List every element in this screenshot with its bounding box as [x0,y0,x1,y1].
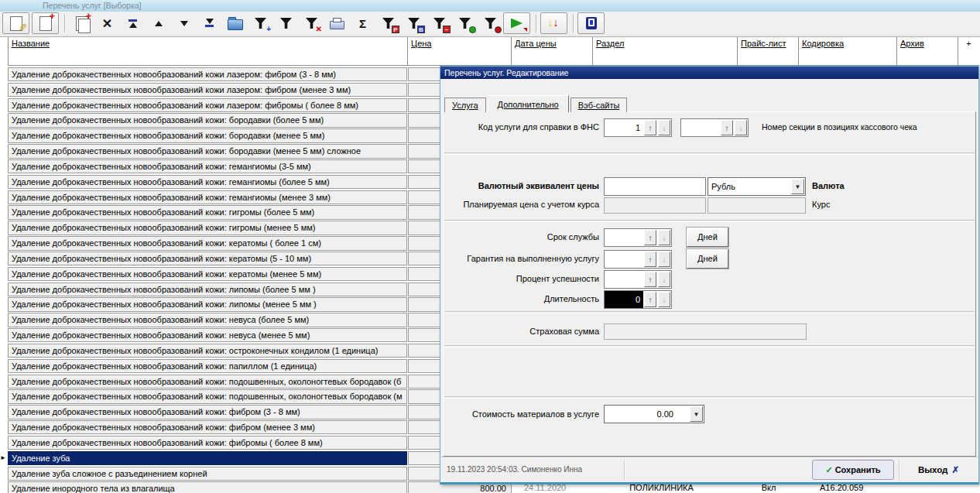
service-name-cell: Удаление доброкачественных новообразован… [8,159,407,173]
edit-record-button[interactable] [2,12,29,34]
add-column-button[interactable]: + [958,37,979,66]
materials-cost-label: Стоимость материалов в услуге [440,409,599,419]
filter-clear-button[interactable]: ✕ [299,13,324,33]
duration-input[interactable]: 0 [605,291,643,308]
toolbar-separator [573,14,574,33]
column-header-price[interactable]: Цена [408,37,512,66]
warranty-input[interactable] [605,251,643,268]
tab-service[interactable]: Услуга [444,98,486,112]
plus-icon [86,12,91,20]
column-header-price-date[interactable]: Дата цены [512,37,593,66]
open-folder-button[interactable] [222,13,248,33]
success-percent-up-icon[interactable] [644,272,656,287]
move-down-button[interactable] [171,13,197,33]
service-life-down-icon[interactable] [658,230,670,245]
service-name-cell: Удаление доброкачественных новообразован… [8,313,407,327]
filter-green-button[interactable] [452,13,478,33]
chart-icon [511,19,523,29]
service-life-input[interactable] [605,229,643,246]
exit-app-button[interactable] [577,12,605,34]
arrow-down-icon [180,21,188,26]
fns-code-label: Код услуги для справки в ФНС [440,122,599,132]
fns-code-input[interactable]: 1 [605,119,643,136]
column-header-section[interactable]: Раздел [593,37,738,66]
materials-cost-combobox[interactable]: 0.00 [604,405,704,423]
delete-record-button[interactable] [94,13,120,33]
service-name-cell: Удаление доброкачественных новообразован… [8,359,407,373]
move-up-button[interactable] [146,13,171,33]
currency-equiv-input[interactable] [604,177,706,196]
plus-badge-icon: + [266,26,271,33]
load-sort-button[interactable] [540,12,567,34]
print-button[interactable] [324,13,350,33]
move-bottom-icon [205,19,214,28]
service-life-days-button[interactable]: Дней [687,228,728,247]
filter-add-button[interactable]: + [248,13,273,33]
section-number-down-icon[interactable] [735,120,747,135]
exit-button[interactable]: Выход ✗ [899,457,978,482]
load-sort-icon [548,16,560,30]
column-header-coding[interactable]: Кодировка [799,37,897,66]
v-badge-icon: В [417,26,425,33]
dialog-title: Перечень услуг. Редактирование [444,68,568,77]
section-number-up-icon[interactable] [721,120,733,135]
dialog-tabs: Услуга Дополнительно Вэб-сайты [444,93,629,112]
move-bottom-button[interactable] [197,13,222,33]
fns-code-up-icon[interactable] [644,120,656,135]
tab-panel [443,111,976,457]
copy-record-button[interactable] [69,13,94,33]
p-badge-icon: Р [392,26,399,33]
success-percent-spinner [604,270,672,289]
section-number-input[interactable] [681,119,720,136]
tab-websites[interactable]: Вэб-сайты [571,98,628,112]
chart-button[interactable] [503,12,530,34]
service-life-label: Срок службы [440,232,599,241]
filter-price-button[interactable]: Р [375,13,401,33]
filter-button[interactable] [273,13,299,33]
duration-down-icon[interactable] [658,292,670,307]
warranty-down-icon[interactable] [658,252,670,267]
tab-additional[interactable]: Дополнительно [488,95,569,112]
service-name-cell: Удаление доброкачественных новообразован… [8,252,407,265]
duration-up-icon[interactable] [644,292,656,307]
status-text: 19.11.2023 20:54:03. Симоненко Инна [447,465,582,474]
currency-equiv-label: Валютный эквивалент цены [440,181,599,190]
red-dot-icon [495,26,502,33]
currency-dropdown-icon[interactable] [791,179,804,194]
service-name-cell: Удаление доброкачественных новообразован… [8,344,407,358]
success-percent-input[interactable] [605,271,643,288]
service-name-cell: Удаление доброкачественных новообразован… [8,128,407,142]
service-name-cell: Удаление доброкачественных новообразован… [8,282,407,296]
exit-app-icon [586,17,597,29]
filter-currency-button[interactable]: В [401,13,427,33]
move-top-button[interactable] [120,13,146,33]
service-name-cell: Удаление доброкачественных новообразован… [8,175,407,189]
filter-icon [280,18,292,29]
service-name-cell: Удаление доброкачественных новообразован… [8,436,407,450]
new-record-button[interactable] [32,12,59,34]
fns-code-down-icon[interactable] [658,120,670,135]
service-name-cell: Удаление зуба сложное с разъединением ко… [8,467,407,481]
materials-cost-dropdown-icon[interactable] [690,406,703,422]
service-name-cell: Удаление зуба [8,451,407,465]
warranty-days-button[interactable]: Дней [687,249,728,269]
filter-minus-button[interactable]: − [427,13,452,33]
sum-button[interactable] [350,13,375,33]
column-header-pricelist[interactable]: Прайс-лист [738,37,799,66]
column-header-name[interactable]: Название [8,37,408,66]
filter-red-button[interactable] [478,13,503,33]
service-life-up-icon[interactable] [644,230,656,245]
filter-green-icon [459,18,471,29]
success-percent-down-icon[interactable] [658,272,670,287]
currency-combobox[interactable]: Рубль [708,177,806,196]
delete-icon [102,16,112,31]
group-separator [444,396,975,399]
insurance-label: Страховая сумма [440,327,599,336]
statusbar-divider [624,460,625,480]
move-top-icon [128,19,137,28]
warranty-up-icon[interactable] [644,252,656,267]
save-button[interactable]: ✓ Сохранить [812,460,894,480]
column-header-archive[interactable]: Архив [897,37,958,66]
insurance-input [604,324,807,340]
duration-label: Длительность [440,294,599,303]
